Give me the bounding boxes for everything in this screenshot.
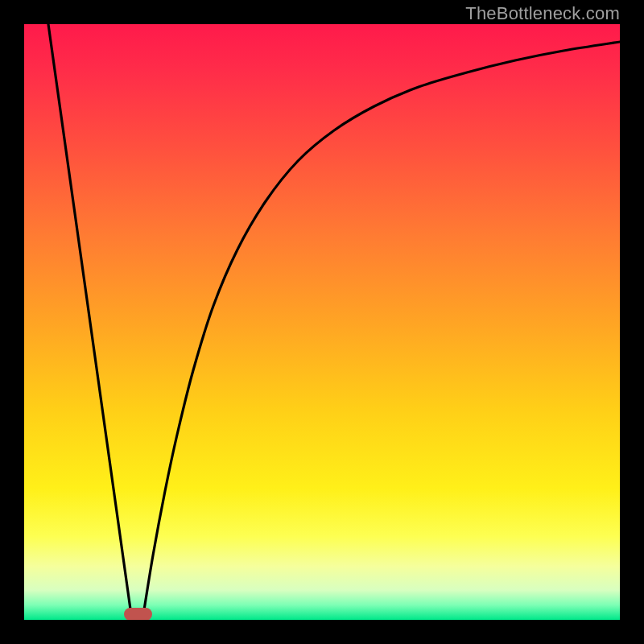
chart-frame: TheBottleneck.com <box>0 0 644 644</box>
plot-area <box>24 24 620 620</box>
watermark-text: TheBottleneck.com <box>465 3 620 24</box>
bottleneck-curve <box>24 24 620 620</box>
optimal-marker <box>124 608 152 620</box>
curve-path <box>48 24 620 615</box>
